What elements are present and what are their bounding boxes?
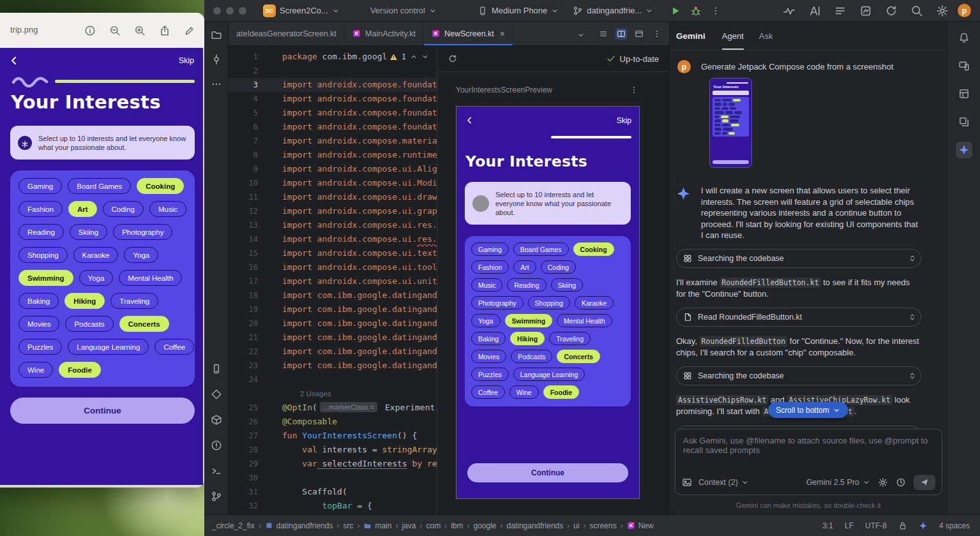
- breadcrumb-src[interactable]: src: [343, 521, 353, 530]
- interest-chip-language-learning[interactable]: Language Learning: [68, 339, 149, 355]
- interest-chip-movies[interactable]: Movies: [19, 316, 59, 332]
- interest-chip-foodie[interactable]: Foodie: [543, 385, 579, 399]
- interest-chip-music[interactable]: Music: [149, 201, 186, 217]
- context-selector[interactable]: Context (2): [698, 478, 749, 487]
- interest-chip-concerts[interactable]: Concerts: [119, 316, 169, 332]
- interest-chip-board-games[interactable]: Board Games: [68, 178, 131, 194]
- interest-chip-skiing[interactable]: Skiing: [551, 278, 584, 292]
- interest-chip-photography[interactable]: Photography: [113, 224, 172, 240]
- breadcrumb--circle-2-fix[interactable]: _circle_2_fix: [212, 521, 255, 530]
- code-line[interactable]: 31 Scaffold(: [229, 485, 437, 499]
- breadcrumb-datingandfriends[interactable]: datingandfriends: [507, 521, 564, 530]
- code-editor[interactable]: 1package com.ibm.googl23import androidx.…: [229, 46, 437, 514]
- zoom-in-icon[interactable]: [134, 25, 146, 36]
- search-icon[interactable]: [910, 4, 923, 17]
- breadcrumb-com[interactable]: com: [426, 521, 441, 530]
- next-problem-icon[interactable]: [421, 53, 429, 61]
- commit-icon[interactable]: [210, 53, 223, 66]
- interest-chip-art[interactable]: Art: [68, 201, 97, 217]
- breadcrumb-main[interactable]: main: [363, 521, 391, 530]
- edit-icon[interactable]: [184, 25, 195, 36]
- editor-tab-ateideasgeneratorscreen-kt[interactable]: ateIdeasGeneratorScreen.kt: [229, 22, 345, 45]
- gemini-settings-icon[interactable]: [878, 477, 888, 488]
- code-line[interactable]: 23import com.ibm.google.datingand: [229, 359, 437, 373]
- interest-chip-baking[interactable]: Baking: [471, 332, 506, 345]
- code-line[interactable]: 25@OptIn(...markerClass = Experiment: [229, 401, 437, 415]
- breadcrumb-datingandfriends[interactable]: datingandfriends: [265, 521, 333, 530]
- build-refresh-icon[interactable]: [448, 54, 458, 64]
- interest-chip-swimming[interactable]: Swimming: [19, 270, 73, 286]
- code-line[interactable]: 5import androidx.compose.foundat: [229, 106, 437, 120]
- version-control-icon[interactable]: [210, 490, 223, 503]
- code-line[interactable]: 26@Composable: [229, 415, 437, 429]
- code-line[interactable]: 17import androidx.compose.ui.unit: [229, 274, 437, 288]
- code-line[interactable]: 30: [229, 471, 437, 485]
- project-widget[interactable]: SC Screen2Co...: [263, 4, 340, 17]
- attach-image-icon[interactable]: [682, 477, 692, 488]
- code-line[interactable]: 22import com.ibm.google.datingand: [229, 345, 437, 359]
- code-line[interactable]: 24: [229, 373, 437, 387]
- interest-chip-puzzles[interactable]: Puzzles: [471, 368, 509, 381]
- app-insights-icon[interactable]: [859, 4, 872, 17]
- interest-chip-podcasts[interactable]: Podcasts: [65, 316, 113, 332]
- code-line[interactable]: 8import androidx.compose.runtime: [229, 148, 437, 162]
- breadcrumb-new[interactable]: KNew: [627, 521, 654, 530]
- interest-chip-cooking[interactable]: Cooking: [573, 242, 614, 256]
- expand-stepper-icon[interactable]: [908, 313, 917, 322]
- code-line[interactable]: 28 val interests = stringArray: [229, 443, 437, 457]
- interest-chip-fashion[interactable]: Fashion: [471, 260, 509, 274]
- device-mirror-icon[interactable]: [956, 57, 972, 74]
- lock-icon[interactable]: [898, 521, 907, 530]
- interest-chip-mental-health[interactable]: Mental Health: [557, 314, 612, 327]
- code-line[interactable]: 15import androidx.compose.ui.text: [229, 246, 437, 260]
- interest-chip-yoga[interactable]: Yoga: [79, 270, 114, 286]
- run-button[interactable]: [670, 5, 681, 17]
- code-line[interactable]: 13import androidx.compose.ui.res.: [229, 218, 437, 232]
- info-icon[interactable]: [84, 25, 96, 36]
- share-icon[interactable]: [159, 25, 170, 36]
- terminal-icon[interactable]: [210, 465, 223, 477]
- app-inspection-icon[interactable]: [210, 388, 223, 401]
- interest-chip-language-learning[interactable]: Language Learning: [513, 368, 585, 381]
- code-line[interactable]: 9import androidx.compose.ui.Alig: [229, 162, 437, 176]
- status-utf-8[interactable]: UTF-8: [865, 521, 887, 530]
- interest-chip-traveling[interactable]: Traveling: [110, 293, 158, 309]
- code-line[interactable]: 2: [229, 64, 437, 78]
- tab-ask[interactable]: Ask: [759, 22, 773, 50]
- code-line[interactable]: 18import com.ibm.google.datingand: [229, 288, 437, 302]
- interest-chip-baking[interactable]: Baking: [19, 293, 59, 309]
- breadcrumb-ibm[interactable]: ibm: [451, 521, 463, 530]
- interest-chip-karaoke[interactable]: Karaoke: [73, 247, 119, 263]
- build-icon[interactable]: [210, 413, 223, 426]
- interest-chip-wine[interactable]: Wine: [509, 385, 539, 399]
- interest-chip-yoga[interactable]: Yoga: [124, 247, 158, 263]
- inspection-widget[interactable]: 1: [387, 51, 432, 63]
- resource-manager-icon[interactable]: [956, 114, 972, 130]
- interest-chip-reading[interactable]: Reading: [19, 224, 64, 240]
- interest-chip-art[interactable]: Art: [513, 260, 536, 274]
- continue-button[interactable]: Continue: [467, 463, 628, 482]
- code-line[interactable]: 21import com.ibm.google.datingand: [229, 331, 437, 345]
- problems-icon[interactable]: [210, 439, 223, 452]
- zoom-out-icon[interactable]: [109, 25, 121, 36]
- code-line[interactable]: 16import androidx.compose.ui.tool: [229, 260, 437, 274]
- code-line[interactable]: 2 Usages: [229, 387, 437, 401]
- editor-tab-mainactivity-kt[interactable]: KMainActivity.kt: [345, 22, 424, 45]
- interest-chip-board-games[interactable]: Board Games: [513, 242, 569, 256]
- run-config-selector[interactable]: datingandfrie...: [573, 6, 653, 16]
- tool-call-read-roundedfilledbutton-kt[interactable]: Read RoundedFilledButton.kt: [676, 308, 921, 327]
- preview-options-icon[interactable]: [629, 86, 638, 94]
- code-line[interactable]: 3import androidx.compose.foundat: [229, 78, 437, 92]
- logcat-icon[interactable]: [834, 4, 847, 17]
- interest-chip-hiking[interactable]: Hiking: [64, 293, 105, 309]
- project-folder-icon[interactable]: [210, 28, 223, 41]
- breadcrumb-screens[interactable]: screens: [590, 521, 617, 530]
- interest-chip-fashion[interactable]: Fashion: [19, 201, 63, 217]
- interest-chip-coding[interactable]: Coding: [103, 201, 144, 217]
- interest-chip-shopping[interactable]: Shopping: [528, 296, 570, 309]
- back-icon[interactable]: [465, 115, 474, 124]
- window-controls[interactable]: [213, 7, 246, 15]
- code-line[interactable]: 10import androidx.compose.ui.Modi: [229, 176, 437, 190]
- prev-problem-icon[interactable]: [410, 53, 418, 61]
- interest-chip-foodie[interactable]: Foodie: [59, 362, 101, 378]
